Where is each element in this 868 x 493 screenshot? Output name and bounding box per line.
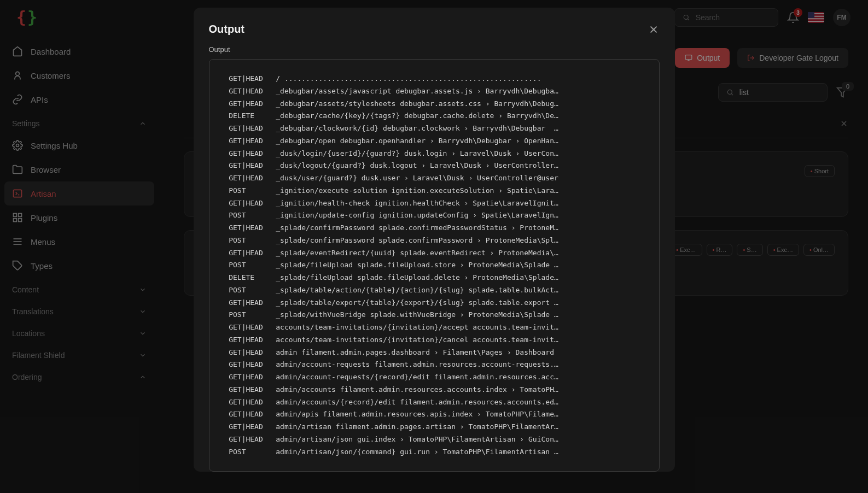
output-field-label: Output	[209, 45, 660, 54]
output-textarea[interactable]: GET|HEAD / .............................…	[209, 59, 660, 472]
close-icon	[648, 24, 660, 36]
output-modal: Output Output GET|HEAD / ...............…	[194, 8, 675, 472]
modal-close-button[interactable]	[648, 24, 660, 36]
modal-title: Output	[209, 23, 245, 36]
modal-overlay[interactable]: Output Output GET|HEAD / ...............…	[0, 0, 868, 493]
